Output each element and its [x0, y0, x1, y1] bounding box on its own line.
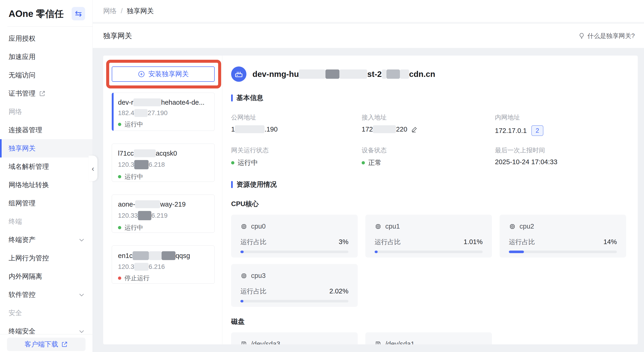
gateway-card[interactable]: aone-way-219 120.336.219 运行中 — [112, 195, 215, 233]
internal-ip-count-badge[interactable]: 2 — [531, 125, 544, 136]
resources-section-title: 资源使用情况 — [231, 180, 626, 189]
gateway-title: dev-nmg-hust-2cdn.cn — [252, 69, 435, 79]
basic-info-section-title: 基本信息 — [231, 93, 626, 103]
sidebar-section-security: 安全 — [0, 304, 92, 322]
plus-circle-icon — [138, 70, 145, 78]
page-title: 独享网关 — [103, 31, 132, 41]
sidebar-item-label: 组网管理 — [8, 199, 36, 208]
swap-icon: ⇆ — [75, 9, 82, 18]
cpu-card: cpu3 运行占比2.02% — [231, 264, 358, 307]
redaction-patch — [135, 200, 160, 208]
redaction-patch — [340, 69, 367, 79]
help-link[interactable]: 什么是独享网关? — [578, 32, 635, 40]
sidebar-item-connector-management[interactable]: 连接器管理 — [0, 121, 92, 139]
redaction-patch — [138, 211, 152, 220]
logo-row: AOne 零信任 ⇆ — [0, 0, 92, 26]
redaction-patch — [299, 69, 326, 79]
gateway-list-column: 安装独享网关 dev-rhehaote4-de... 182.427.190 运… — [103, 55, 222, 344]
gateway-card[interactable]: l71ccacqsk0 120.36.218 运行中 — [112, 144, 215, 182]
sidebar-item-dns-management[interactable]: 域名解析管理 — [0, 157, 92, 176]
sidebar-item-label: 连接器管理 — [8, 125, 42, 135]
redaction-patch — [386, 69, 400, 79]
redaction-patch — [382, 69, 386, 79]
chevron-down-icon — [78, 328, 85, 335]
gateway-card[interactable]: en1cqqsg 120.36.216 停止运行 — [112, 246, 215, 284]
status-text: 运行中 — [124, 173, 143, 181]
cpu-card: cpu2 运行占比14% — [500, 215, 626, 258]
redaction-patch — [373, 125, 396, 133]
sidebar-item-label: 上网行为管控 — [8, 254, 49, 263]
edit-icon[interactable] — [411, 126, 418, 133]
cpu-section-label: CPU核心 — [231, 199, 626, 209]
client-download-area: 客户端下载 — [0, 334, 92, 352]
cpu-icon — [509, 223, 516, 230]
breadcrumb-separator: / — [121, 7, 123, 15]
cpu-usage-bar — [240, 251, 348, 253]
sidebar-item-terminal-security[interactable]: 终端安全 — [0, 322, 92, 334]
sidebar-item-label: 应用授权 — [8, 34, 36, 43]
sidebar-item-networking-management[interactable]: 组网管理 — [0, 194, 92, 212]
redaction-patch — [134, 263, 148, 271]
redaction-patch — [134, 109, 148, 117]
cpu-cards-grid: cpu0 运行占比3% cpu1 运行占比1.01% cpu2 运行占比14% — [231, 215, 626, 307]
disk-section-label: 磁盘 — [231, 317, 626, 326]
chevron-down-icon — [78, 291, 85, 298]
sidebar-item-label: 网络地址转换 — [8, 180, 49, 190]
sidebar-item-label: 无端访问 — [8, 71, 36, 80]
redaction-patch — [133, 98, 161, 106]
chevron-down-icon — [78, 236, 85, 243]
gateway-card-list: dev-rhehaote4-de... 182.427.190 运行中 l71c… — [103, 93, 222, 284]
breadcrumb-parent[interactable]: 网络 — [103, 6, 116, 16]
sidebar-item-terminal-assets[interactable]: 终端资产 — [0, 231, 92, 249]
sidebar-item-accelerated-apps[interactable]: 加速应用 — [0, 48, 92, 66]
sidebar-item-label: 独享网关 — [8, 144, 36, 153]
gateway-detail-header: dev-nmg-hust-2cdn.cn — [231, 66, 626, 82]
external-link-icon — [61, 341, 68, 348]
disk-card: /dev/sda1 266.37MB / 2038.00MB13.07% — [365, 332, 492, 344]
cpu-usage-bar — [509, 251, 617, 253]
redaction-patch — [132, 251, 149, 260]
lightbulb-icon — [578, 32, 585, 39]
device-status-field: 设备状态 正常 — [362, 146, 495, 167]
sidebar-item-label: 软件管控 — [8, 290, 36, 300]
sidebar-item-web-behavior-control[interactable]: 上网行为管控 — [0, 249, 92, 267]
gateway-panel: 安装独享网关 dev-rhehaote4-de... 182.427.190 运… — [103, 55, 638, 344]
status-dot — [118, 123, 121, 126]
main-area: 网络 / 独享网关 独享网关 什么是独享网关? 安装独享网关 dev-rheha… — [93, 0, 644, 352]
sidebar-item-app-auth[interactable]: 应用授权 — [0, 29, 92, 48]
sidebar-item-software-control[interactable]: 软件管控 — [0, 286, 92, 304]
cpu-usage-bar — [374, 251, 483, 253]
sidebar-collapse-handle[interactable]: ‹ — [88, 156, 97, 181]
sidebar-item-dedicated-gateway[interactable]: 独享网关 — [0, 139, 92, 157]
cpu-icon — [240, 272, 247, 279]
redaction-patch — [400, 69, 409, 79]
router-icon — [234, 69, 244, 79]
redaction-patch — [134, 149, 156, 157]
divider — [8, 26, 92, 27]
sidebar-item-cert-management[interactable]: 证书管理 — [0, 84, 92, 103]
sidebar-section-terminal: 终端 — [0, 212, 92, 231]
sidebar-item-clientless-access[interactable]: 无端访问 — [0, 66, 92, 84]
cpu-icon — [374, 223, 382, 230]
status-dot — [362, 161, 365, 164]
gateway-avatar — [231, 66, 246, 82]
breadcrumb-current: 独享网关 — [127, 6, 154, 16]
status-dot — [231, 161, 234, 164]
status-text: 停止运行 — [124, 274, 150, 282]
cpu-usage-bar — [240, 300, 348, 303]
sidebar-nav: 应用授权 加速应用 无端访问 证书管理 网络 连接器管理 独享网关 域名解析管理… — [0, 28, 92, 334]
redaction-patch — [149, 251, 162, 260]
install-gateway-button[interactable]: 安装独享网关 — [112, 66, 215, 82]
redaction-patch — [326, 69, 340, 79]
sidebar-item-intranet-isolation[interactable]: 内外网隔离 — [0, 267, 92, 286]
internal-ip-field: 内网地址 172.17.0.12 — [495, 113, 626, 136]
workspace-switch-button[interactable]: ⇆ — [72, 7, 85, 20]
sidebar-item-nat[interactable]: 网络地址转换 — [0, 176, 92, 194]
cpu-icon — [240, 223, 247, 230]
sidebar-item-label: 加速应用 — [8, 52, 36, 62]
status-dot — [118, 277, 121, 280]
access-ip-field: 接入地址 172220 — [362, 113, 495, 136]
gateway-card[interactable]: dev-rhehaote4-de... 182.427.190 运行中 — [112, 93, 215, 131]
page-header: 独享网关 什么是独享网关? — [93, 24, 644, 48]
client-download-button[interactable]: 客户端下载 — [7, 338, 86, 351]
